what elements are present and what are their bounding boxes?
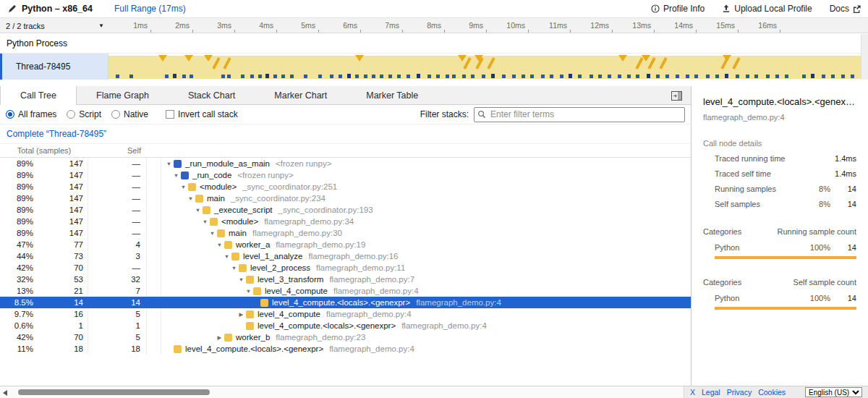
radio-icon (111, 110, 120, 119)
invert-call-stack-checkbox[interactable] (166, 110, 174, 119)
tab-stack-chart[interactable]: Stack Chart (169, 86, 255, 104)
footer-link-privacy[interactable]: Privacy (727, 388, 752, 397)
sample-tick (541, 75, 545, 78)
total-percent: 42% (0, 263, 36, 272)
marker-slash-icon (660, 57, 668, 69)
twisty-expanded-icon[interactable]: ▼ (229, 265, 239, 271)
sample-tick (598, 75, 602, 78)
horizontal-scrollbar[interactable] (0, 386, 684, 398)
row-gutter (147, 239, 161, 250)
twisty-expanded-icon[interactable]: ▼ (200, 219, 210, 225)
twisty-expanded-icon[interactable]: ▼ (179, 184, 188, 190)
sample-tick (388, 75, 392, 78)
full-range-link[interactable]: Full Range (17ms) (114, 4, 186, 14)
twisty-expanded-icon[interactable]: ▼ (222, 253, 231, 260)
docs-label: Docs (830, 4, 849, 14)
table-row[interactable]: 89%147—▼_run_module_as_main<frozen runpy… (0, 158, 691, 169)
twisty-collapsed-icon[interactable]: ▶ (237, 311, 246, 318)
column-header-total[interactable]: Total (samples) (0, 146, 88, 155)
table-row[interactable]: 42%70—▼level_2_processflamegraph_demo.py… (0, 262, 691, 274)
table-row[interactable]: 9.7%165▶level_4_computeflamegraph_demo.p… (0, 308, 691, 320)
breadcrumb-complete-thread[interactable]: Complete “Thread-78495” (7, 129, 106, 139)
radio-script[interactable]: Script (67, 109, 101, 119)
table-row[interactable]: 47%774▼worker_aflamegraph_demo.py:19 (0, 239, 691, 250)
thread-activity-graph[interactable] (109, 54, 861, 80)
docs-link[interactable]: Docs (830, 4, 861, 14)
sample-tick (129, 75, 133, 78)
sample-tick (221, 75, 225, 78)
twisty-expanded-icon[interactable]: ▼ (186, 195, 195, 202)
total-percent: 89% (0, 217, 36, 226)
table-row[interactable]: 11%1818level_4_compute.<locals>.<genexpr… (0, 343, 691, 355)
tab-marker-table[interactable]: Marker Table (346, 86, 438, 104)
category-value: 14 (830, 294, 856, 302)
twisty-expanded-icon[interactable]: ▼ (208, 230, 217, 237)
table-row[interactable]: 8.5%1414level_4_compute.<locals>.<genexp… (0, 297, 691, 308)
scroll-left-arrow-icon[interactable] (3, 390, 7, 396)
sidebar-node-location: flamegraph_demo.py:4 (703, 113, 856, 122)
tracks-vertical-scrollbar[interactable] (861, 34, 868, 80)
table-row[interactable]: 89%147—▼<module>_sync_coordinator.py:251 (0, 181, 691, 192)
footer-link-cookies[interactable]: Cookies (758, 388, 786, 397)
sample-tick (736, 75, 739, 78)
scrollbar-thumb[interactable] (18, 389, 210, 395)
table-row[interactable]: 0.6%11level_4_compute.<locals>.<genexpr>… (0, 320, 691, 331)
profile-info-button[interactable]: Profile Info (651, 4, 705, 14)
sample-tick (746, 75, 749, 78)
self-samples: — (88, 169, 147, 181)
twisty-expanded-icon[interactable]: ▼ (171, 172, 181, 179)
twisty-expanded-icon[interactable]: ▼ (244, 288, 253, 295)
table-row[interactable]: 44%733▼level_1_analyzeflamegraph_demo.py… (0, 250, 691, 262)
twisty-expanded-icon[interactable]: ▼ (215, 242, 224, 248)
file-location: flamegraph_demo.py:30 (252, 229, 342, 237)
table-row[interactable]: 42%705▶worker_bflamegraph_demo.py:23 (0, 331, 691, 343)
footer-link-x[interactable]: X (690, 388, 695, 397)
table-row[interactable]: 32%5332▼level_3_transformflamegraph_demo… (0, 274, 691, 285)
tab-flame-graph[interactable]: Flame Graph (77, 86, 169, 104)
table-row[interactable]: 89%147—▼<module>flamegraph_demo.py:34 (0, 216, 691, 227)
column-header-self[interactable]: Self (88, 146, 147, 155)
tracks-dropdown[interactable]: 2 / 2 tracks ▼ (6, 18, 104, 33)
sample-tick (397, 75, 401, 78)
table-row[interactable]: 89%147—▼main_sync_coordinator.py:234 (0, 192, 691, 204)
upload-profile-button[interactable]: Upload Local Profile (722, 4, 812, 14)
sample-tick (482, 75, 485, 78)
table-row[interactable]: 13%217▼level_4_computeflamegraph_demo.py… (0, 285, 691, 297)
sample-tick (281, 75, 285, 78)
topbar-actions: Profile Info Upload Local Profile Docs (651, 4, 861, 14)
process-track-header[interactable]: Python Process (0, 33, 868, 54)
sample-tick (339, 75, 342, 78)
total-samples: 70 (36, 262, 88, 274)
total-percent: 89% (0, 159, 36, 168)
ruler-tick-mark (234, 30, 235, 33)
file-location: flamegraph_demo.py:19 (276, 240, 365, 249)
table-row[interactable]: 89%147—▼_run_code<frozen runpy> (0, 169, 691, 181)
tab-marker-chart[interactable]: Marker Chart (255, 86, 346, 104)
table-row[interactable]: 89%147—▼_execute_script_sync_coordinator… (0, 204, 691, 216)
tree-cell: ▶level_4_computeflamegraph_demo.py:4 (161, 310, 691, 318)
radio-all-frames[interactable]: All frames (6, 109, 56, 119)
twisty-expanded-icon[interactable]: ▼ (164, 161, 174, 167)
sidebar-node-title: level_4_compute.<locals>.<genexpr> (703, 96, 856, 107)
total-percent: 47% (0, 240, 36, 249)
thread-track-label[interactable]: Thread-78495 (0, 54, 109, 80)
sample-tick (462, 75, 466, 78)
radio-native[interactable]: Native (111, 109, 148, 119)
ruler-tick-label: 1ms (114, 21, 148, 30)
sidebar-toggle-button[interactable] (671, 90, 682, 103)
ruler-ticks: 1ms2ms3ms4ms5ms6ms7ms8ms9ms10ms11ms12ms1… (109, 18, 868, 33)
twisty-expanded-icon[interactable]: ▼ (237, 276, 246, 283)
tab-call-tree[interactable]: Call Tree (0, 86, 77, 105)
category-icon (181, 172, 189, 179)
table-row[interactable]: 89%147—▼mainflamegraph_demo.py:30 (0, 227, 691, 239)
filter-input[interactable] (474, 107, 685, 122)
sample-tick (407, 75, 410, 78)
thread-track[interactable]: Thread-78495 (0, 54, 868, 80)
footer-link-legal[interactable]: Legal (702, 388, 720, 397)
function-name: _execute_script (214, 206, 273, 214)
twisty-collapsed-icon[interactable]: ▶ (215, 334, 224, 341)
categories-count-label: Self sample count (793, 278, 856, 287)
language-select[interactable]: English (US) (805, 387, 862, 397)
twisty-expanded-icon[interactable]: ▼ (193, 207, 203, 213)
self-samples: — (88, 227, 147, 239)
